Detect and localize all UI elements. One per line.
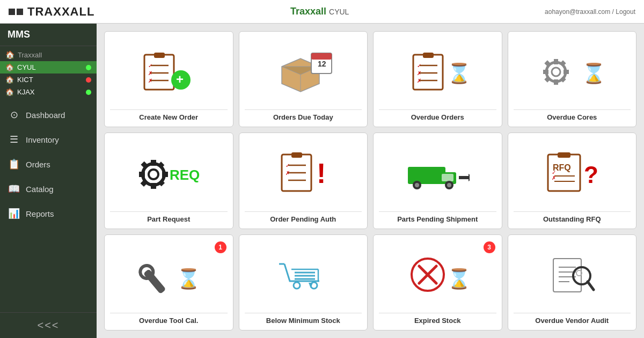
header-center: Traxxall CYUL	[290, 6, 349, 17]
header-app-name: Traxxall	[290, 6, 326, 17]
tile-overdue-cores[interactable]: ⌛ Overdue Cores	[508, 31, 637, 127]
logo-squares	[9, 9, 23, 15]
svg-text:12: 12	[318, 60, 326, 68]
sidebar-item-orders-label: Orders	[26, 160, 50, 169]
parts-pending-shipment-label: Parts Pending Shipment	[379, 211, 496, 223]
svg-rect-27	[554, 59, 558, 64]
svg-text:✗: ✗	[148, 78, 152, 84]
tile-below-minimum-stock[interactable]: Below Minimum Stock	[239, 234, 368, 330]
station-kict-dot	[86, 77, 91, 83]
svg-text:✓: ✓	[148, 63, 152, 69]
svg-text:⌛: ⌛	[177, 267, 201, 290]
overdue-tool-cal-label: Overdue Tool Cal.	[110, 313, 228, 325]
tile-create-new-order[interactable]: ✓ ✗ ✗ + Create New Order	[104, 31, 233, 127]
svg-text:✗: ✗	[552, 175, 556, 181]
tile-overdue-orders[interactable]: ✓ ✗ ✗ ⌛ Overdue Orders	[373, 31, 502, 127]
overdue-vendor-audit-icon	[540, 253, 604, 296]
svg-rect-31	[560, 60, 566, 66]
overdue-cores-icon-area: ⌛	[514, 37, 631, 106]
overdue-orders-icon: ✓ ✗ ✗ ⌛	[405, 50, 470, 93]
station-kjax-dot	[86, 90, 91, 95]
svg-text:⌛: ⌛	[582, 62, 604, 85]
orders-due-today-label: Orders Due Today	[245, 109, 362, 121]
below-minimum-stock-label: Below Minimum Stock	[245, 313, 362, 325]
sidebar-item-reports-label: Reports	[26, 209, 54, 218]
org-name: Traxxall	[18, 51, 42, 59]
svg-text:✗: ✗	[148, 70, 152, 76]
svg-point-61	[447, 183, 451, 187]
svg-point-37	[149, 170, 158, 179]
svg-text:✗: ✗	[417, 70, 421, 76]
sidebar-item-dashboard[interactable]: ⊙ Dashboard	[0, 102, 97, 127]
svg-rect-1	[154, 53, 165, 58]
overdue-vendor-audit-icon-area	[514, 240, 631, 310]
create-new-order-label: Create New Order	[110, 109, 228, 121]
svg-rect-38	[151, 160, 156, 166]
part-request-icon: REQ	[136, 152, 201, 195]
sidebar-item-catalog[interactable]: 📖 Catalog	[0, 177, 97, 201]
svg-rect-64	[558, 152, 570, 158]
sidebar-item-reports[interactable]: 📊 Reports	[0, 201, 97, 226]
svg-rect-30	[543, 70, 548, 74]
tile-outstanding-rfq[interactable]: RFQ ✓ ✗ ? Outstanding RFQ	[508, 133, 637, 229]
main-layout: MMS 🏠 Traxxall 🏠 CYUL 🏠 KICT 🏠 KJAX	[0, 24, 644, 338]
svg-line-93	[588, 282, 594, 290]
tile-part-request[interactable]: REQ Part Request	[104, 133, 233, 229]
content-area: ✓ ✗ ✗ + Create New Order	[97, 24, 644, 338]
overdue-cores-label: Overdue Cores	[514, 109, 631, 121]
tile-order-pending-auth[interactable]: ✓ ✗ ! Order Pending Auth	[239, 133, 368, 229]
tile-overdue-tool-cal[interactable]: 1 ⌛ Overdue Tool Cal.	[104, 234, 233, 330]
reports-icon: 📊	[8, 208, 20, 219]
sidebar-station-kict[interactable]: 🏠 KICT	[0, 74, 97, 86]
parts-pending-shipment-icon-area	[379, 138, 496, 208]
svg-text:✓: ✓	[286, 163, 290, 168]
overdue-vendor-audit-label: Overdue Vendor Audit	[514, 313, 631, 325]
top-header: TRAXXALL Traxxall CYUL aohayon@traxxall.…	[0, 0, 644, 24]
order-pending-auth-icon-area: ✓ ✗ !	[245, 138, 362, 208]
tile-parts-pending-shipment[interactable]: Parts Pending Shipment	[373, 133, 502, 229]
sidebar-item-inventory[interactable]: ☰ Inventory	[0, 127, 97, 152]
create-new-order-icon-area: ✓ ✗ ✗ +	[110, 37, 228, 106]
sidebar-item-orders[interactable]: 📋 Orders	[0, 152, 97, 177]
svg-text:✓: ✓	[417, 63, 421, 69]
logo-area: TRAXXALL	[9, 5, 94, 19]
tile-grid: ✓ ✗ ✗ + Create New Order	[104, 31, 636, 330]
station-home-icon-kict: 🏠	[5, 76, 14, 84]
expired-stock-icon-area: 3 ⌛	[379, 240, 496, 310]
station-home-icon-kjax: 🏠	[5, 88, 14, 96]
tile-expired-stock[interactable]: 3 ⌛ Expired Stock	[373, 234, 502, 330]
sidebar: MMS 🏠 Traxxall 🏠 CYUL 🏠 KICT 🏠 KJAX	[0, 24, 97, 338]
below-minimum-stock-icon-area	[245, 240, 362, 310]
sidebar-collapse-button[interactable]: <<<	[0, 312, 97, 338]
catalog-icon: 📖	[8, 183, 20, 195]
svg-rect-40	[162, 172, 168, 177]
create-new-order-icon: ✓ ✗ ✗ +	[139, 50, 198, 93]
expired-stock-badge: 3	[484, 241, 495, 253]
org-icon: 🏠	[5, 50, 14, 59]
logo-sq-1	[9, 9, 15, 15]
tile-orders-due-today[interactable]: 12 Orders Due Today	[239, 31, 368, 127]
svg-text:⌛: ⌛	[447, 62, 470, 85]
sidebar-station-kjax[interactable]: 🏠 KJAX	[0, 86, 97, 98]
svg-text:✗: ✗	[417, 78, 421, 84]
overdue-orders-label: Overdue Orders	[379, 109, 496, 121]
below-minimum-stock-icon	[271, 253, 335, 296]
svg-rect-28	[554, 79, 558, 85]
station-cyul-dot	[86, 65, 91, 70]
station-home-icon: 🏠	[5, 63, 14, 71]
svg-marker-62	[459, 174, 470, 181]
svg-rect-41	[139, 172, 145, 177]
header-location: CYUL	[329, 8, 349, 16]
svg-point-26	[552, 68, 560, 76]
part-request-icon-area: REQ	[110, 138, 228, 208]
tile-overdue-vendor-audit[interactable]: Overdue Vendor Audit	[508, 234, 637, 330]
svg-rect-17	[423, 53, 434, 58]
svg-rect-48	[291, 152, 302, 158]
svg-rect-14	[311, 53, 332, 60]
sidebar-station-cyul[interactable]: 🏠 CYUL	[0, 61, 97, 74]
svg-text:?: ?	[584, 161, 598, 188]
expired-stock-icon: ⌛	[405, 253, 470, 296]
svg-point-59	[415, 183, 419, 187]
overdue-orders-icon-area: ✓ ✗ ✗ ⌛	[379, 37, 496, 106]
station-kjax-label: KJAX	[17, 88, 35, 96]
